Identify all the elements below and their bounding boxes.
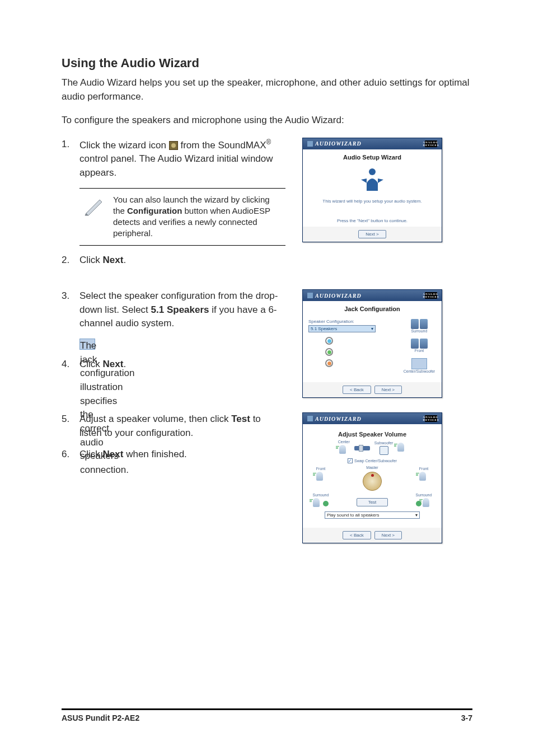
center-sub-label: Center/Subwoofer: [404, 369, 435, 373]
step-2-post: .: [123, 255, 126, 265]
play-sound-value: Play sound to all speakers: [327, 513, 379, 518]
front-right-speaker-icon[interactable]: [419, 472, 428, 483]
sub-fader-icon[interactable]: [397, 443, 406, 454]
step-1-post: from the SoundMAX: [180, 140, 266, 151]
step-6-number: 6.: [62, 448, 79, 462]
step-3-bold: 5.1 Speakers: [151, 304, 209, 315]
wizard1-msg2: Press the "Next" button to continue.: [306, 218, 438, 223]
step-4-number: 4.: [62, 358, 79, 372]
front-left-speaker-icon[interactable]: [316, 472, 325, 483]
step-4-bold: Next: [103, 359, 124, 369]
wizard-title: AUDIOWIZARD: [315, 140, 362, 147]
step-6-post: when finished.: [126, 449, 187, 459]
footer-product: ASUS Pundit P2-AE2: [62, 713, 139, 722]
swap-checkbox[interactable]: ✓: [348, 458, 353, 463]
step-5-bold: Test: [231, 414, 250, 424]
step-2: 2. Click Next.: [62, 253, 285, 267]
step-6-bold: Next: [103, 449, 124, 459]
jack-icon: [325, 359, 399, 367]
step-1-number: 1.: [62, 138, 79, 180]
surround-left-label: Surround: [313, 493, 329, 497]
step-2-pre: Click: [79, 255, 103, 265]
wizard-window-setup: AUDIOWIZARD ANALOG DEVICES Audio Setup W…: [302, 138, 442, 242]
wizard1-next-button[interactable]: Next >: [358, 230, 386, 238]
analog-devices-logo: ANALOG DEVICES: [425, 415, 437, 422]
chevron-down-icon: ▾: [371, 326, 373, 331]
center-volume-slider[interactable]: [354, 446, 370, 450]
front-speaker-icon: [411, 339, 428, 349]
wizard-window-jack: AUDIOWIZARD ANALOG DEVICES Jack Configur…: [302, 289, 442, 398]
speaker-config-value: 5.1 Speakers: [311, 326, 337, 331]
speaker-config-select[interactable]: 5.1 Speakers ▾: [308, 325, 376, 332]
wizard1-msg1: This wizard will help you setup your aud…: [306, 199, 438, 204]
step-1-post2: control panel. The Audio Wizard initial …: [79, 153, 273, 178]
step-5-pre: Adjust a speaker volume, then click: [79, 414, 231, 424]
subwoofer-icon: [411, 358, 427, 369]
wizard3-back-button[interactable]: < Back: [343, 531, 371, 539]
analog-devices-logo: ANALOG DEVICES: [425, 292, 437, 299]
surround-right-speaker-icon[interactable]: [423, 498, 432, 509]
surround-left-speaker-icon[interactable]: [313, 498, 322, 509]
pen-icon: [83, 194, 105, 217]
wizard-title: AUDIOWIZARD: [315, 293, 362, 299]
registered-mark: ®: [266, 138, 271, 146]
center-label: Center: [338, 440, 350, 444]
step-6: 6. Click Next when finished.: [62, 448, 285, 462]
speaker-config-label: Speaker Configuration:: [308, 319, 399, 324]
play-sound-select[interactable]: Play sound to all speakers ▾: [325, 511, 420, 519]
front-left-label: Front: [316, 467, 325, 471]
wizard-person-icon: [306, 166, 438, 193]
wizard-icon: [169, 141, 178, 150]
step-4-pre: Click: [79, 359, 103, 369]
surround-label: Surround: [411, 329, 428, 333]
step-1-pre: Click the wizard icon: [79, 140, 169, 151]
wizard1-heading: Audio Setup Wizard: [306, 154, 438, 161]
step-3-sub: The jack configuration illustration spec…: [79, 339, 95, 350]
subwoofer-icon: [380, 446, 388, 455]
note-box: You can also launch the wizard by clicki…: [79, 188, 285, 246]
intro-paragraph-1: The Audio Wizard helps you set up the sp…: [62, 76, 472, 104]
step-2-number: 2.: [62, 253, 79, 267]
surround-right-label: Surround: [416, 493, 432, 497]
svg-point-0: [369, 168, 376, 175]
wizard2-back-button[interactable]: < Back: [343, 386, 371, 394]
step-5: 5. Adjust a speaker volume, then click T…: [62, 412, 285, 440]
center-speaker-icon: [339, 445, 348, 456]
titlebar-icon: [307, 293, 313, 298]
surround-mute-icon[interactable]: [323, 501, 329, 506]
wizard2-next-button[interactable]: Next >: [374, 386, 402, 394]
test-button[interactable]: Test: [357, 498, 388, 506]
note-bold: Configuration: [127, 206, 182, 215]
master-volume-knob[interactable]: [363, 472, 382, 491]
step-5-number: 5.: [62, 412, 79, 440]
footer-page-number: 3-7: [461, 713, 472, 722]
titlebar-icon: [307, 141, 313, 147]
wizard3-heading: Adjust Speaker Volume: [310, 431, 435, 438]
jack-icon: [325, 348, 399, 356]
page-footer: ASUS Pundit P2-AE2 3-7: [62, 708, 472, 722]
step-1: 1. Click the wizard icon from the SoundM…: [62, 138, 285, 180]
wizard-titlebar: AUDIOWIZARD ANALOG DEVICES: [303, 413, 442, 424]
wizard2-heading: Jack Configuration: [306, 306, 438, 312]
step-3-number: 3.: [62, 289, 79, 350]
subwoofer-label: Subwoofer: [374, 441, 393, 445]
step-6-pre: Click: [79, 449, 103, 459]
wizard3-next-button[interactable]: Next >: [374, 531, 402, 539]
titlebar-icon: [307, 416, 313, 421]
step-4: 4. Click Next.: [62, 358, 285, 372]
intro-paragraph-2: To configure the speakers and microphone…: [62, 114, 472, 128]
analog-devices-logo: ANALOG DEVICES: [425, 140, 437, 147]
chevron-down-icon: ▾: [415, 513, 418, 518]
jack-icon: [325, 337, 399, 345]
step-3: 3. Select the speaker configuration from…: [62, 289, 285, 350]
wizard-titlebar: AUDIOWIZARD ANALOG DEVICES: [303, 290, 442, 301]
swap-label: Swap Center/Subwoofer: [354, 459, 397, 463]
master-label: Master: [366, 466, 378, 469]
front-label: Front: [415, 349, 424, 353]
wizard-title: AUDIOWIZARD: [315, 416, 362, 422]
wizard-titlebar: AUDIOWIZARD ANALOG DEVICES: [303, 138, 442, 149]
wizard-window-volume: AUDIOWIZARD ANALOG DEVICES Adjust Speake…: [302, 412, 442, 543]
step-2-bold: Next: [103, 255, 124, 265]
step-4-post: .: [123, 359, 126, 369]
front-right-label: Front: [419, 467, 428, 471]
